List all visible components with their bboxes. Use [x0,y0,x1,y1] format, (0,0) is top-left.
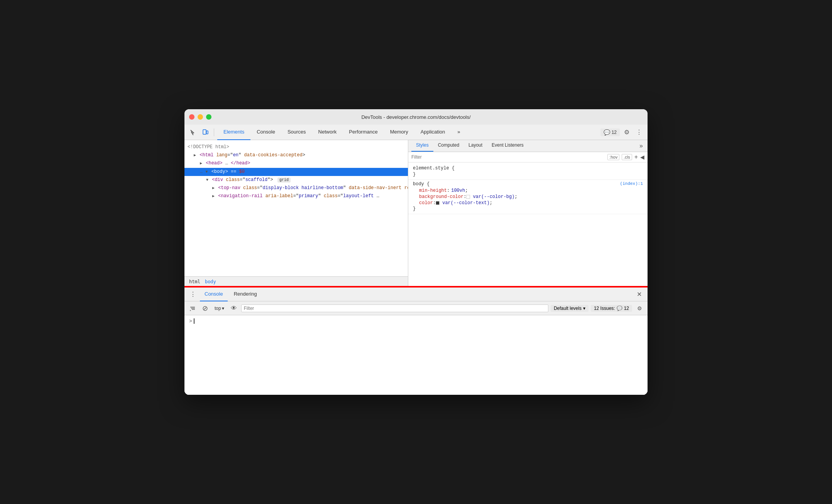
more-menu-button[interactable]: ⋮ [634,127,644,138]
tab-layout[interactable]: Layout [464,140,487,152]
tab-application[interactable]: Application [414,125,452,140]
issues-badge[interactable]: 💬 12 [600,129,620,136]
body-selector[interactable]: body { (index):1 [413,181,643,187]
style-prop-background-color[interactable]: background-color : var(--color-bg) ; [413,194,643,200]
device-toolbar-button[interactable] [200,127,211,138]
tab-more[interactable]: » [451,125,466,140]
dom-line-doctype[interactable]: <!DOCTYPE html> [184,143,408,151]
styles-filter-bar: :hov .cls + ◀ [408,152,648,162]
issues-icon: 💬 [604,129,610,135]
styles-filter-input[interactable] [411,154,604,160]
elements-panel: <!DOCTYPE html> ▶ <html lang="en" data-c… [184,140,408,287]
console-settings-button[interactable]: ⚙ [634,303,644,313]
svg-rect-3 [191,308,195,309]
hov-button[interactable]: :hov [607,154,619,160]
svg-marker-5 [190,310,191,311]
filter-actions: :hov .cls + ◀ [607,154,644,161]
tab-performance[interactable]: Performance [343,125,384,140]
style-rule-element: element.style { } [408,164,648,180]
tab-network[interactable]: Network [312,125,343,140]
console-filter-input[interactable] [241,304,548,312]
dom-line-nav[interactable]: ▶ <navigation-rail aria-label="primary" … [184,192,408,200]
tab-elements[interactable]: Elements [217,125,250,140]
close-button[interactable] [189,114,194,120]
devtools-panel: Elements Console Sources Network Perform… [184,125,648,395]
console-prompt: > [189,318,192,324]
devtools-window: DevTools - developer.chrome.com/docs/dev… [184,109,648,395]
console-drawer: ⋮ Console Rendering ✕ [184,287,648,395]
main-content: <!DOCTYPE html> ▶ <html lang="en" data-c… [184,140,648,287]
context-selector[interactable]: top ▾ [212,305,227,312]
style-rule-body: body { (index):1 min-height : 100vh ; ba… [408,180,648,214]
clear-console-button[interactable] [188,303,198,313]
minimize-button[interactable] [198,114,203,120]
style-prop-min-height[interactable]: min-height : 100vh ; [413,188,643,194]
breadcrumb: html body [184,276,408,287]
drawer-tab-console[interactable]: Console [200,288,228,301]
tab-sources[interactable]: Sources [281,125,312,140]
cls-button[interactable]: .cls [622,154,632,160]
svg-rect-4 [192,309,195,310]
expand-to-sources-button[interactable]: ◀ [640,154,644,160]
drawer-menu-button[interactable]: ⋮ [188,289,198,300]
style-prop-color[interactable]: color : var(--color-text) ; [413,200,643,206]
title-bar: DevTools - developer.chrome.com/docs/dev… [184,109,648,125]
breadcrumb-html[interactable]: html [188,278,202,285]
default-levels-button[interactable]: Default levels ▾ [551,305,588,312]
toolbar-right: 💬 12 ⚙ ⋮ [600,127,644,138]
drawer-close-button[interactable]: ✕ [634,289,644,300]
dom-line-topnav[interactable]: ▶ <top-nav class="display-block hairline… [184,184,408,192]
dom-line-head[interactable]: ▶ <head> … </head> [184,159,408,167]
inspect-element-button[interactable] [188,127,198,138]
prohibit-button[interactable]: ⊘ [200,303,210,313]
tab-memory[interactable]: Memory [384,125,414,140]
console-issues-counter[interactable]: 12 Issues: 💬 12 [591,305,632,312]
tab-console[interactable]: Console [250,125,281,140]
style-source[interactable]: (index):1 [620,181,643,186]
drawer-toolbar: ⋮ Console Rendering ✕ [184,288,648,301]
traffic-lights [189,114,211,120]
tab-styles[interactable]: Styles [411,140,433,152]
console-body[interactable]: > [184,315,648,395]
styles-panel: Styles Computed Layout Event Listeners » [408,140,648,287]
drawer-tab-rendering[interactable]: Rendering [229,288,262,301]
maximize-button[interactable] [206,114,211,120]
main-tabs: Elements Console Sources Network Perform… [217,125,599,140]
window-title: DevTools - developer.chrome.com/docs/dev… [361,114,470,120]
toolbar-divider [214,129,214,136]
color-swatch-bg[interactable] [466,195,470,199]
dom-line-div[interactable]: ▼ <div class="scaffold"> grid [184,176,408,184]
elements-content: <!DOCTYPE html> ▶ <html lang="en" data-c… [184,140,408,276]
styles-tabs: Styles Computed Layout Event Listeners » [408,140,648,152]
style-rule-close: } [413,172,643,177]
body-rule-close: } [413,206,643,211]
settings-button[interactable]: ⚙ [621,127,632,138]
console-filter-bar: ⊘ top ▾ 👁 Default levels ▾ 12 Issues: 💬 … [184,301,648,315]
add-style-rule-button[interactable]: + [634,154,638,161]
show-live-expressions-button[interactable]: 👁 [229,303,239,313]
issues-label: 12 [612,130,617,135]
tab-event-listeners[interactable]: Event Listeners [487,140,528,152]
color-swatch-text[interactable] [436,201,440,205]
svg-rect-0 [203,130,206,134]
styles-content: element.style { } body { (index):1 min-h… [408,162,648,287]
style-selector[interactable]: element.style { [413,166,643,171]
dom-line-html[interactable]: ▶ <html lang="en" data-cookies-accepted> [184,151,408,159]
svg-rect-1 [206,131,208,134]
breadcrumb-body[interactable]: body [203,278,218,285]
console-cursor [194,318,194,324]
tab-computed[interactable]: Computed [433,140,464,152]
dom-line-body[interactable]: … ▼ <body> == $0 [184,168,408,176]
svg-rect-2 [190,307,195,308]
top-toolbar: Elements Console Sources Network Perform… [184,125,648,140]
styles-tabs-more[interactable]: » [638,140,644,152]
